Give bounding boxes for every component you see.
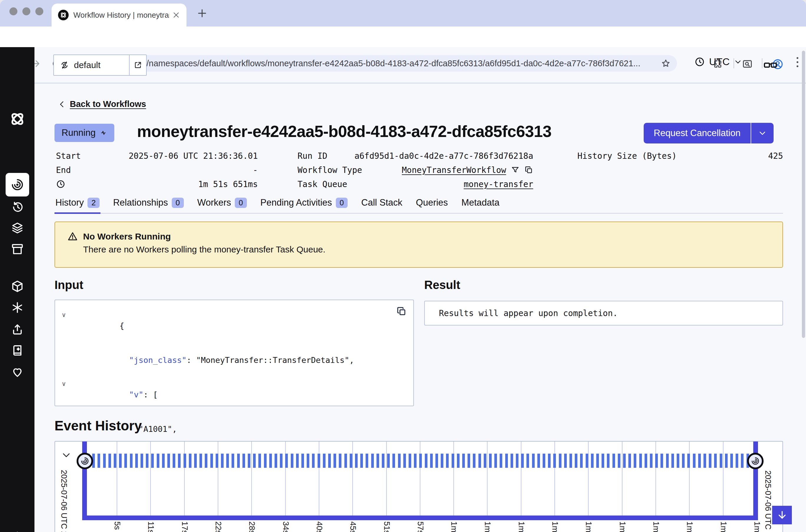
sidebar-item-schedules-icon[interactable] bbox=[11, 200, 24, 213]
timeline-expand-chevron[interactable] bbox=[61, 450, 72, 460]
tick-label: 1m bbox=[449, 521, 458, 532]
tick-label: 1m bbox=[685, 521, 694, 532]
request-cancellation-split-button: Request Cancellation bbox=[644, 123, 773, 144]
new-tab-icon[interactable] bbox=[197, 8, 207, 19]
detail-value: - bbox=[253, 165, 258, 175]
browser-tab-strip: Workflow History | moneytran bbox=[0, 0, 806, 26]
back-to-workflows-link[interactable]: Back to Workflows bbox=[58, 99, 146, 109]
status-badge: Running bbox=[55, 124, 114, 142]
browser-toolbar: localhost:8080/namespaces/default/workfl… bbox=[0, 26, 806, 47]
workflow-type-link[interactable]: MoneyTransferWorkflow bbox=[402, 165, 506, 175]
tab-count-badge: 2 bbox=[88, 198, 99, 208]
window-close-button[interactable] bbox=[9, 7, 17, 15]
tick-label: 45s bbox=[348, 521, 357, 532]
sidebar-item-cube-icon[interactable] bbox=[11, 280, 24, 293]
cancellation-options-chevron[interactable] bbox=[751, 123, 773, 144]
copy-icon[interactable] bbox=[524, 166, 533, 174]
duration-clock-icon bbox=[56, 179, 65, 189]
workflow-tabs: History 2 Relationships 0 Workers 0 Pend… bbox=[55, 195, 783, 213]
json-line: ∨{ bbox=[61, 308, 407, 343]
tab-label: Pending Activities bbox=[261, 197, 332, 208]
detail-value: 1m 51s 651ms bbox=[198, 179, 258, 189]
tab-close-icon[interactable] bbox=[172, 11, 180, 19]
request-cancellation-button[interactable]: Request Cancellation bbox=[644, 123, 751, 144]
sidebar-item-archive-icon[interactable] bbox=[11, 243, 24, 256]
namespace-select[interactable]: default bbox=[54, 55, 129, 75]
tick-label: 1m bbox=[752, 521, 762, 532]
chevron-down-icon bbox=[734, 58, 742, 66]
filter-icon[interactable] bbox=[511, 166, 520, 174]
namespace-name: default bbox=[74, 60, 100, 70]
clock-icon bbox=[694, 57, 705, 67]
result-message: Results will appear upon completion. bbox=[439, 308, 618, 318]
detail-value: a6fd95d1-da0c-4d2e-a77c-786f3d76218a bbox=[354, 151, 533, 161]
timezone-label: UTC bbox=[709, 56, 730, 68]
workflow-latest-marker[interactable] bbox=[747, 453, 764, 469]
detail-row-history-size: History Size (Bytes) 425 bbox=[577, 149, 783, 163]
tab-label: History bbox=[55, 197, 84, 208]
json-text: : [ bbox=[143, 390, 158, 399]
tick-label: 28s bbox=[247, 521, 256, 532]
details-column-run: Run ID a6fd95d1-da0c-4d2e-a77c-786f3d762… bbox=[298, 149, 533, 191]
page-scrollbar[interactable] bbox=[802, 51, 805, 338]
detail-row-workflow-type: Workflow Type MoneyTransferWorkflow bbox=[298, 163, 533, 177]
temporal-logo[interactable] bbox=[9, 111, 26, 129]
theme-toggle-sun-icon[interactable] bbox=[11, 531, 24, 532]
detail-label: Run ID bbox=[298, 151, 327, 161]
window-minimize-button[interactable] bbox=[22, 7, 30, 15]
sidebar-item-workflows[interactable] bbox=[5, 173, 29, 196]
browser-tab-title: Workflow History | moneytran bbox=[73, 11, 169, 20]
event-history-heading: Event History bbox=[55, 418, 142, 434]
input-heading: Input bbox=[55, 278, 83, 292]
detail-label: Start bbox=[56, 151, 81, 161]
tick-label: 22s bbox=[214, 521, 223, 532]
tick-label: 1m bbox=[550, 521, 559, 532]
tab-item[interactable]: Queries bbox=[415, 195, 449, 214]
workflow-start-marker[interactable] bbox=[77, 453, 93, 469]
sidebar-item-upload-icon[interactable] bbox=[11, 323, 24, 336]
result-heading: Result bbox=[424, 278, 460, 292]
labs-glasses-icon[interactable] bbox=[763, 58, 778, 72]
tab-item[interactable]: Relationships 0 bbox=[112, 195, 185, 214]
app-top-bar: default UTC bbox=[35, 47, 806, 83]
timezone-select[interactable]: UTC bbox=[694, 56, 742, 68]
window-zoom-button[interactable] bbox=[35, 7, 43, 15]
browser-tab[interactable]: Workflow History | moneytran bbox=[52, 3, 187, 26]
sidebar-item-heart-icon[interactable] bbox=[11, 365, 24, 378]
json-key: "v" bbox=[129, 390, 143, 399]
detail-value: 425 bbox=[768, 151, 783, 161]
scroll-to-bottom-button[interactable] bbox=[772, 506, 792, 524]
collapse-chevron-icon[interactable]: ∨ bbox=[62, 378, 66, 390]
namespace-selector: default bbox=[53, 55, 147, 76]
collapse-chevron-icon[interactable]: ∨ bbox=[62, 309, 66, 321]
namespace-external-link-icon[interactable] bbox=[129, 55, 146, 75]
detail-label: Task Queue bbox=[298, 179, 347, 189]
json-key: "json_class" bbox=[129, 356, 187, 365]
json-text: "A1001", bbox=[139, 424, 177, 434]
tab-label: Queries bbox=[416, 197, 448, 208]
timeline-axis-bar bbox=[82, 515, 758, 520]
tab-item[interactable]: Call Stack bbox=[360, 195, 403, 214]
tick-label: 34s bbox=[281, 521, 290, 532]
sidebar-item-book-icon[interactable] bbox=[11, 344, 24, 357]
task-queue-link[interactable]: money-transfer bbox=[464, 179, 533, 189]
tick-label: 5s bbox=[113, 521, 122, 530]
json-line: ∨ "v": [ bbox=[61, 377, 407, 412]
timeline-start-timestamp: 2025-07-06 UTC 2 bbox=[59, 470, 68, 532]
tick-label: 1m bbox=[651, 521, 660, 532]
tab-item[interactable]: Workers 0 bbox=[196, 195, 248, 214]
tab-count-badge: 0 bbox=[235, 198, 247, 208]
timeline-end-timestamp: 2025-07-06 UTC 2 bbox=[763, 471, 772, 532]
tab-item[interactable]: Metadata bbox=[460, 195, 500, 214]
json-text: : "MoneyTransfer::TransferDetails", bbox=[187, 356, 354, 365]
sidebar-item-asterisk-icon[interactable] bbox=[11, 301, 24, 314]
sidebar-item-layers-icon[interactable] bbox=[11, 222, 24, 234]
result-panel: Results will appear upon completion. bbox=[424, 301, 783, 325]
json-text: { bbox=[120, 321, 124, 330]
warning-body: There are no Workers polling the money-t… bbox=[83, 245, 770, 254]
detail-label: History Size (Bytes) bbox=[577, 151, 677, 161]
detail-label: End bbox=[56, 165, 71, 175]
tick-label: 1m bbox=[719, 521, 728, 532]
tab-item[interactable]: Pending Activities 0 bbox=[260, 195, 348, 214]
tab-item[interactable]: History 2 bbox=[55, 195, 100, 214]
